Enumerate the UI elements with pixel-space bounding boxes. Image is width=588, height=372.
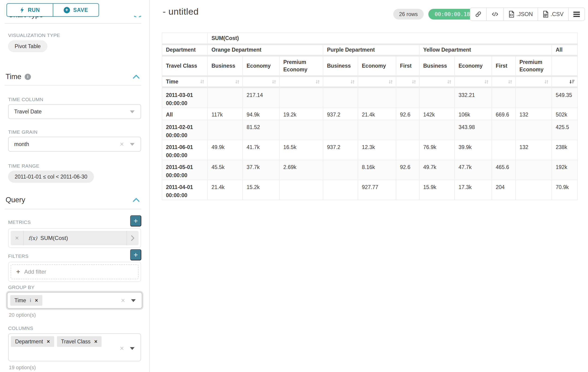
visualization-type-pill[interactable]: Pivot Table (8, 41, 47, 52)
time-range-pill[interactable]: 2011-01-01 ≤ col < 2011-06-30 (8, 171, 94, 183)
caret-down-icon (130, 110, 135, 113)
save-button[interactable]: + SAVE (53, 3, 99, 17)
pivot-value-cell: 37.7k (243, 160, 280, 180)
pivot-value-cell: 106k (455, 108, 492, 120)
chevron-up-icon[interactable] (134, 16, 137, 17)
divider (5, 209, 141, 209)
pivot-value-cell: 332.21 (455, 88, 492, 108)
plus-icon: + (16, 268, 20, 275)
clear-icon[interactable]: × (120, 141, 124, 148)
columns-label: COLUMNS (8, 326, 33, 331)
group-by-select[interactable]: Timei× × (7, 292, 142, 309)
chevron-right-icon[interactable] (126, 231, 138, 245)
pivot-value-cell: 39.9k (455, 140, 492, 160)
pivot-value-cell (323, 88, 358, 108)
pivot-column-header: Economy (358, 56, 396, 77)
sort-icon (234, 79, 240, 85)
add-filter-plus-button[interactable]: + (130, 249, 141, 260)
info-icon[interactable]: i (25, 74, 31, 80)
pivot-column-group-header: Purple Department (323, 45, 420, 56)
info-icon[interactable]: i (30, 298, 31, 303)
pivot-value-cell: 49.9k (208, 140, 243, 160)
time-grain-select[interactable]: month × (8, 137, 141, 152)
pivot-column-header: Premium Economy (280, 56, 323, 77)
pivot-sort-cell[interactable] (358, 77, 396, 88)
clear-icon[interactable]: × (120, 345, 124, 352)
pivot-value-cell (492, 88, 516, 108)
pivot-sort-cell[interactable] (323, 77, 358, 88)
remove-chip-icon[interactable]: × (94, 339, 97, 345)
pivot-value-cell: 19.2k (280, 108, 323, 120)
pivot-value-cell: 2.69k (280, 160, 323, 180)
menu-button[interactable] (569, 8, 585, 21)
pivot-sort-cell[interactable] (420, 77, 455, 88)
pivot-value-cell: 204 (492, 180, 516, 200)
time-column-select[interactable]: Travel Date (8, 104, 141, 119)
remove-metric-icon[interactable]: × (11, 231, 24, 245)
chevron-up-icon[interactable] (133, 74, 140, 79)
pivot-value-cell: 937.2 (323, 140, 358, 160)
divider (5, 85, 141, 85)
sort-icon (446, 79, 452, 85)
selected-value-chip[interactable]: Department× (11, 336, 54, 347)
chevron-up-icon[interactable] (133, 198, 140, 202)
pivot-sort-cell[interactable] (516, 77, 552, 88)
pivot-table-row: 2011-03-01 00:00:00217.14332.21549.35 (162, 88, 578, 108)
pivot-table: SUM(Cost)DepartmentOrange DepartmentPurp… (162, 32, 578, 200)
pivot-value-cell: 41.7k (243, 140, 280, 160)
pivot-value-cell: 70.9k (552, 180, 578, 200)
metrics-label: METRICS (8, 220, 31, 225)
add-metric-button[interactable]: + (130, 215, 141, 226)
add-filter-button[interactable]: + Add filter (11, 264, 138, 279)
run-label: RUN (28, 7, 40, 13)
save-label: SAVE (73, 7, 88, 13)
pivot-corner-cell (162, 33, 208, 45)
pivot-value-cell (492, 140, 516, 160)
pivot-row-label: 2011-03-01 00:00:00 (162, 88, 208, 108)
export-csv-button[interactable]: .CSV (538, 8, 569, 21)
clear-icon[interactable]: × (121, 297, 125, 304)
pivot-column-header: Business (420, 56, 455, 77)
selected-value-chip[interactable]: Timei× (10, 295, 42, 306)
pivot-table-row: 2011-06-01 00:00:0049.9k41.7k16.5k937.21… (162, 140, 578, 160)
pivot-value-cell: 425.5 (552, 120, 578, 140)
pivot-row-label: 2011-06-01 00:00:00 (162, 140, 208, 160)
chart-title[interactable]: - untitled (163, 7, 199, 17)
selected-value-chip[interactable]: Travel Class× (57, 336, 102, 347)
pivot-value-cell: 21.4k (208, 180, 243, 200)
pivot-value-cell: 8.16k (358, 160, 396, 180)
chevron-up-icon[interactable] (139, 16, 142, 17)
sort-icon (271, 79, 277, 85)
time-column-value: Travel Date (14, 109, 42, 115)
group-by-options-count: 20 option(s) (9, 312, 36, 318)
pivot-column-header: Business (323, 56, 358, 77)
pivot-sort-cell[interactable] (208, 77, 243, 88)
sort-icon (388, 79, 393, 85)
pivot-value-cell (208, 120, 243, 140)
pivot-value-cell: 343.98 (455, 120, 492, 140)
pivot-sort-cell[interactable] (243, 77, 280, 88)
link-icon (475, 11, 482, 17)
copy-link-button[interactable] (470, 8, 487, 21)
run-button[interactable]: RUN (7, 3, 53, 17)
metric-pill[interactable]: × f(x) SUM(Cost) (11, 231, 138, 245)
pivot-sort-row-label[interactable]: Time (162, 77, 208, 88)
columns-select[interactable]: Department×Travel Class× × (8, 333, 141, 361)
remove-chip-icon[interactable]: × (47, 339, 50, 345)
pivot-sort-cell[interactable] (552, 77, 578, 88)
embed-code-button[interactable] (487, 8, 504, 21)
pivot-sort-cell[interactable] (492, 77, 516, 88)
sort-icon (411, 79, 417, 85)
pivot-value-cell: 47.7k (455, 160, 492, 180)
pivot-sort-cell[interactable] (396, 77, 420, 88)
metric-name: SUM(Cost) (41, 235, 68, 241)
pivot-sort-cell[interactable] (455, 77, 492, 88)
time-grain-value: month (14, 141, 29, 147)
time-grain-label: TIME GRAIN (8, 129, 38, 135)
pivot-table-row: All117k94.9k19.2k937.221.4k92.6142k106k6… (162, 108, 578, 120)
export-json-button[interactable]: .JSON (504, 8, 538, 21)
remove-chip-icon[interactable]: × (35, 297, 38, 304)
pivot-value-cell (516, 88, 552, 108)
pivot-sort-cell[interactable] (280, 77, 323, 88)
pivot-row-dim-department: Department (162, 45, 208, 56)
